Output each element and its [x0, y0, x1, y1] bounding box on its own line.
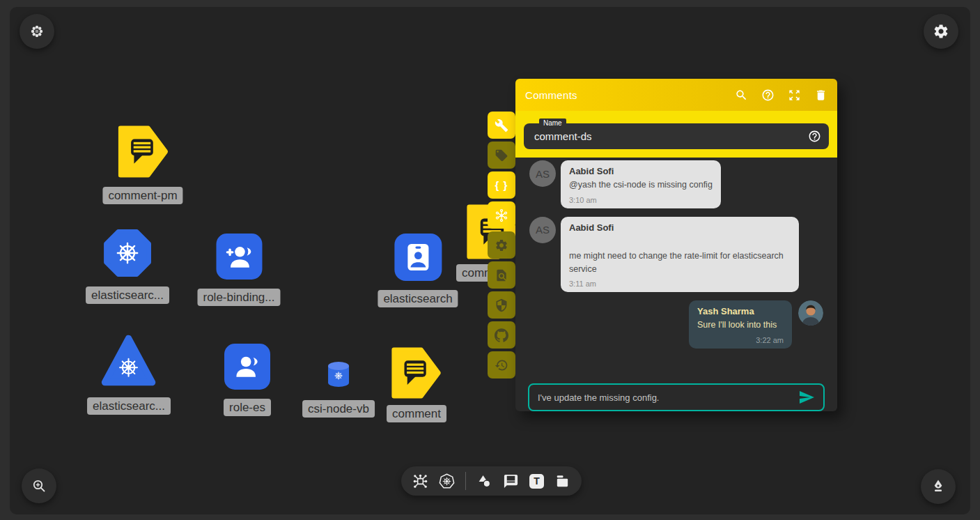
name-input[interactable] [534, 130, 801, 142]
bottom-toolbar: T [401, 466, 582, 496]
comments-panel: Comments Name AS Aabid Sofi @yash the cs… [515, 79, 837, 411]
message-text: Sure I'll look into this [697, 319, 784, 332]
avatar [798, 300, 823, 326]
message-time: 3:10 am [569, 196, 713, 204]
tag-icon[interactable] [488, 142, 515, 169]
message-text: me might need to change the rate-limit f… [569, 250, 791, 276]
text-tool-icon[interactable]: T [529, 474, 544, 489]
node-comment-pm[interactable]: comment-pm [102, 125, 182, 204]
side-toolbar: { } [488, 112, 515, 378]
storage-cylinder-icon [326, 361, 351, 389]
zoom-in-icon[interactable] [22, 468, 56, 503]
gear-icon[interactable] [924, 14, 958, 49]
network-icon[interactable] [412, 473, 428, 489]
message-bubble: Aabid Sofi me might need to change the r… [561, 217, 799, 293]
search-icon[interactable] [735, 89, 748, 102]
node-label: comment [387, 405, 446, 422]
node-csi-node-vb[interactable]: csi-node-vb [302, 361, 375, 418]
message-time: 3:11 am [569, 280, 791, 288]
comments-panel-header[interactable]: Comments [515, 79, 837, 111]
node-comment[interactable]: comment [387, 347, 446, 422]
trash-icon[interactable] [814, 89, 827, 102]
gear-icon[interactable] [488, 231, 515, 259]
flower-icon[interactable] [20, 14, 54, 49]
history-icon[interactable] [488, 351, 515, 378]
message-time: 3:22 am [697, 336, 784, 344]
messages-list: AS Aabid Sofi @yash the csi-node is miss… [515, 158, 837, 378]
message-author: Aabid Sofi [569, 222, 791, 233]
kubernetes-triangle-icon [102, 332, 157, 388]
panel-title: Comments [525, 89, 722, 101]
role-icon [224, 344, 270, 390]
avatar: AS [529, 160, 556, 187]
wrench-icon[interactable] [488, 112, 515, 139]
message-bubble: Yash Sharma Sure I'll look into this 3:2… [689, 300, 792, 349]
pen-tool-icon[interactable] [921, 469, 956, 504]
node-label: elasticsearc... [86, 286, 169, 304]
message-row: Yash Sharma Sure I'll look into this 3:2… [529, 300, 823, 349]
braces-icon[interactable]: { } [488, 171, 515, 199]
shield-icon[interactable] [488, 291, 515, 319]
node-label: role-binding... [197, 289, 280, 306]
name-field-label: Name [539, 118, 566, 128]
node-elasticsearch-triangle[interactable]: elasticsearc... [87, 332, 171, 415]
message-row: AS Aabid Sofi @yash the csi-node is miss… [529, 160, 823, 208]
name-field-wrap: Name [524, 123, 829, 149]
toolbar-divider [465, 472, 466, 490]
send-icon[interactable] [798, 389, 815, 406]
doc-search-icon[interactable] [488, 261, 515, 289]
node-label: elasticsearc... [87, 397, 171, 415]
composer [528, 383, 825, 411]
shapes-icon[interactable] [476, 473, 492, 489]
node-label: role-es [224, 399, 271, 416]
comment-node-icon [118, 125, 168, 178]
github-icon[interactable] [488, 321, 515, 349]
expand-icon[interactable] [788, 89, 801, 102]
help-icon[interactable] [761, 89, 775, 102]
node-role-binding[interactable]: role-binding... [197, 234, 280, 306]
avatar: AS [529, 217, 556, 243]
message-author: Yash Sharma [697, 306, 784, 316]
message-bubble: Aabid Sofi @yash the csi-node is missing… [561, 160, 721, 208]
message-author: Aabid Sofi [569, 166, 713, 176]
hub-icon[interactable] [488, 201, 515, 229]
comment-tool-icon[interactable] [503, 473, 519, 489]
role-binding-icon [216, 234, 262, 280]
kubernetes-octagon-icon [103, 229, 152, 277]
message-row: AS Aabid Sofi me might need to change th… [529, 217, 823, 293]
composer-input[interactable] [538, 392, 798, 403]
node-role-es[interactable]: role-es [224, 344, 271, 416]
node-elasticsearch-serviceaccount[interactable]: elasticsearch [378, 234, 458, 307]
help-icon[interactable] [808, 130, 821, 143]
kubernetes-icon[interactable] [439, 473, 455, 489]
note-icon[interactable] [554, 473, 570, 489]
service-account-icon [394, 234, 442, 281]
node-elasticsearch-octagon[interactable]: elasticsearc... [86, 229, 169, 304]
comment-node-icon [391, 347, 441, 399]
name-section: Name [515, 111, 837, 158]
message-text: @yash the csi-node is missing config [569, 178, 713, 192]
node-label: elasticsearch [378, 290, 458, 307]
node-label: csi-node-vb [302, 400, 375, 418]
node-label: comment-pm [102, 187, 182, 204]
